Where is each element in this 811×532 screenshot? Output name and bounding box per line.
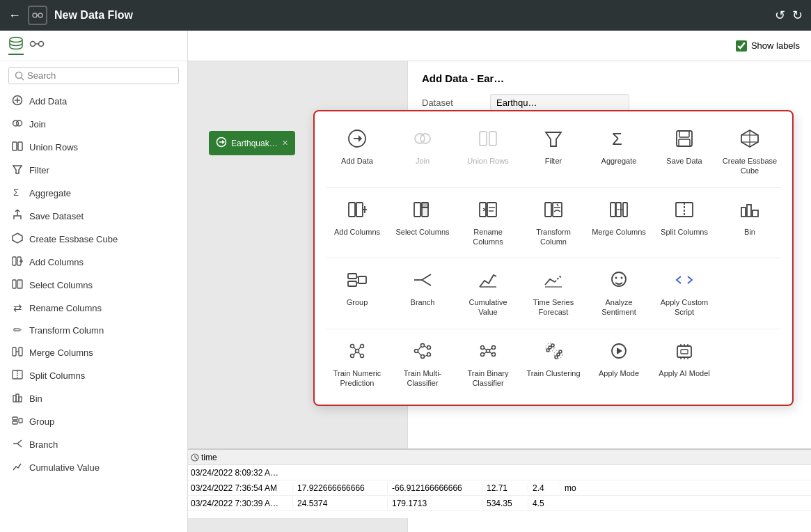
popup-group-icon [347, 269, 368, 293]
sidebar-item-add-data[interactable]: Add Data [0, 90, 187, 113]
svg-point-115 [481, 352, 485, 356]
sidebar-item-cumulative-value[interactable]: Cumulative Value [0, 456, 187, 479]
popup-time-series-forecast[interactable]: Time Series Forecast [522, 264, 585, 323]
undo-button[interactable]: ↺ [775, 8, 785, 23]
popup-group-label: Group [347, 297, 368, 307]
popup-add-columns[interactable]: Add Columns [326, 194, 388, 253]
sidebar-item-add-columns[interactable]: Add Columns [0, 251, 187, 274]
sidebar-item-split-columns[interactable]: Split Columns [0, 364, 187, 387]
popup-apply-mode[interactable]: Apply Mode [588, 335, 650, 394]
back-button[interactable]: ← [8, 8, 21, 23]
sidebar-item-merge-columns[interactable]: Merge Columns [0, 341, 187, 364]
split-columns-icon [11, 369, 24, 382]
sidebar-item-label: Add Columns [29, 257, 84, 267]
sidebar-item-bin[interactable]: Bin [0, 387, 187, 410]
popup-train-binary-label: Train Binary Classifier [459, 368, 517, 389]
svg-line-142 [195, 457, 197, 459]
sidebar-item-rename-columns[interactable]: ⇄ Rename Columns [0, 297, 187, 319]
sidebar-item-branch[interactable]: Branch [0, 433, 187, 456]
popup-aggregate[interactable]: Σ Aggregate [588, 123, 650, 182]
svg-line-121 [490, 348, 492, 350]
svg-rect-67 [487, 203, 496, 217]
popup-train-multi-icon [412, 341, 433, 364]
popup-add-data[interactable]: Add Data [326, 123, 388, 182]
sidebar-item-filter[interactable]: Filter [0, 159, 187, 182]
main-layout: Add Data Join Union Rows F [0, 31, 811, 532]
svg-point-117 [492, 345, 496, 349]
svg-rect-15 [18, 142, 22, 150]
popup-analyze-sentiment[interactable]: Analyze Sentiment [588, 264, 650, 323]
svg-rect-60 [356, 203, 363, 217]
row2-col4: 12.71 [482, 483, 523, 493]
popup-filter-icon [543, 128, 564, 152]
popup-train-multi[interactable]: Train Multi-Classifier [391, 335, 454, 394]
popup-apply-ai-model[interactable]: Apply AI Model [653, 335, 716, 394]
popup-train-binary[interactable]: Train Binary Classifier [457, 335, 519, 394]
sidebar-flow-icon[interactable] [29, 37, 45, 54]
svg-rect-24 [13, 280, 16, 288]
svg-text:Σ: Σ [13, 187, 19, 198]
popup-create-essbase[interactable]: Create Essbase Cube [718, 123, 781, 182]
row2-col3: -66.912166666666 [387, 483, 478, 493]
popup-filter[interactable]: Filter [522, 123, 585, 182]
sidebar-item-label: Save Dataset [29, 211, 84, 221]
svg-point-4 [31, 42, 36, 47]
popup-transform-column[interactable]: Transform Column [522, 194, 585, 253]
popup-divider-2 [326, 258, 781, 258]
popup-add-data-icon [347, 128, 368, 152]
svg-rect-63 [414, 203, 420, 217]
popup-select-columns[interactable]: Select Columns [391, 194, 454, 253]
svg-point-129 [546, 343, 554, 352]
sidebar-item-label: Create Essbase Cube [29, 234, 118, 244]
sidebar-item-aggregate[interactable]: Σ Aggregate [0, 182, 187, 205]
sidebar-item-join[interactable]: Join [0, 113, 187, 136]
sidebar-item-label: Add Data [29, 96, 67, 107]
sidebar-item-save-dataset[interactable]: Save Dataset [0, 205, 187, 228]
popup-save-data[interactable]: Save Data [653, 123, 716, 182]
earthquake-node[interactable]: Earthquak… ✕ [209, 131, 295, 155]
sidebar-db-icon[interactable] [8, 36, 24, 55]
search-input[interactable] [27, 70, 173, 81]
svg-text:Σ: Σ [612, 130, 622, 148]
sidebar-item-group[interactable]: Group [0, 410, 187, 433]
svg-rect-35 [13, 421, 17, 424]
svg-rect-139 [681, 350, 688, 354]
popup-cumulative-value[interactable]: Cumulative Value [457, 264, 519, 323]
svg-point-7 [16, 72, 22, 78]
sidebar-item-select-columns[interactable]: Select Columns [0, 274, 187, 297]
svg-point-130 [554, 350, 562, 359]
search-box[interactable] [8, 67, 179, 84]
popup-train-clustering[interactable]: Train Clustering [522, 335, 585, 394]
sidebar-item-transform-column[interactable]: ✏ Transform Column [0, 319, 187, 341]
svg-point-98 [351, 354, 354, 357]
row1-time: 03/24/2022 8:09:32 A… [191, 468, 288, 478]
svg-line-101 [354, 347, 356, 350]
svg-rect-25 [17, 280, 22, 288]
popup-rename-columns[interactable]: Rename Columns [457, 194, 519, 253]
svg-point-95 [621, 277, 623, 279]
svg-line-119 [485, 348, 487, 350]
popup-apply-custom-script[interactable]: Apply Custom Script [653, 264, 716, 323]
svg-point-108 [427, 352, 431, 356]
node-close-icon[interactable]: ✕ [282, 139, 288, 148]
popup-group[interactable]: Group [326, 264, 388, 323]
popup-union-rows: Union Rows [457, 123, 519, 182]
svg-line-90 [422, 280, 431, 285]
show-labels-checkbox[interactable] [736, 40, 747, 52]
popup-merge-columns[interactable]: Merge Columns [588, 194, 650, 253]
popup-time-series-forecast-label: Time Series Forecast [525, 297, 582, 318]
sidebar-item-create-essbase[interactable]: Create Essbase Cube [0, 228, 187, 251]
row3-col3: 179.1713 [387, 499, 478, 508]
popup-split-columns[interactable]: Split Columns [653, 194, 716, 253]
row3-col4: 534.35 [482, 499, 523, 508]
sidebar-item-union-rows[interactable]: Union Rows [0, 136, 187, 159]
svg-line-38 [17, 440, 22, 444]
popup-save-data-label: Save Data [666, 156, 702, 166]
svg-marker-50 [546, 132, 561, 146]
topbar: ← New Data Flow ↺ ↻ [0, 0, 811, 31]
svg-rect-36 [19, 418, 22, 423]
redo-button[interactable]: ↻ [792, 8, 803, 23]
popup-bin[interactable]: Bin [718, 194, 781, 253]
popup-branch[interactable]: Branch [391, 264, 454, 323]
popup-train-numeric[interactable]: Train Numeric Prediction [326, 335, 388, 394]
